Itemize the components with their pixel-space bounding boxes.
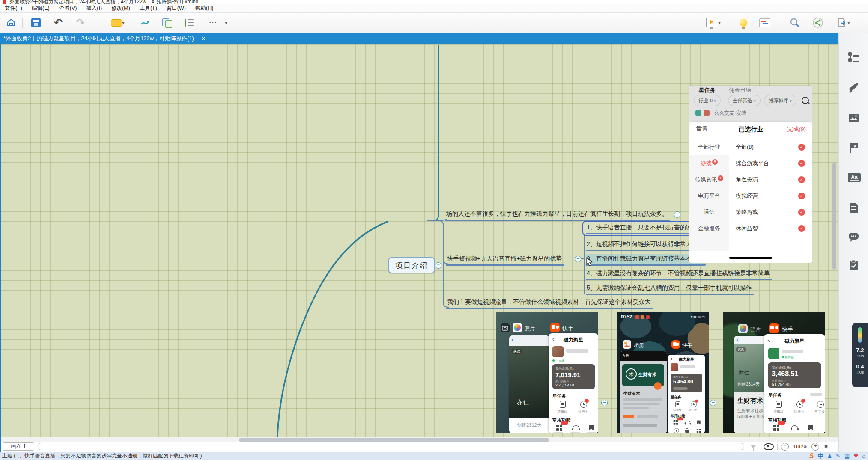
- attached-image-phone-2[interactable]: 00:52 ▾▦▥▭ 相册 : 快手 今天: [617, 312, 709, 433]
- category-games[interactable]: 游戏8: [689, 155, 729, 172]
- blurred-total: [673, 387, 688, 390]
- home-button[interactable]: [3, 15, 19, 30]
- horizontal-scrollbar[interactable]: [239, 438, 549, 442]
- kuaishou-app-label: 快手: [682, 342, 692, 349]
- category-telecom[interactable]: 通信: [689, 204, 729, 220]
- option-策略游戏[interactable]: 策略游戏✓: [736, 204, 812, 220]
- ime-pen-icon[interactable]: ✎: [836, 453, 841, 459]
- download-speed: 0.4: [852, 363, 868, 370]
- collapse-handle[interactable]: −: [601, 400, 608, 406]
- structure-icon[interactable]: [848, 51, 859, 63]
- more-tools-button[interactable]: ···: [206, 15, 221, 30]
- ime-toolbox-icon[interactable]: ⌂: [862, 453, 865, 459]
- profile-days: 创建2312天: [517, 422, 541, 427]
- option-休闲益智[interactable]: 休闲益智✓: [736, 220, 812, 237]
- undo-button[interactable]: ↶: [51, 15, 66, 30]
- attached-image-phone-1[interactable]: 照片 快手 < 实况 亦仁 创建2312天: [496, 312, 598, 433]
- redo-button[interactable]: ↷: [73, 15, 88, 30]
- network-speed-widget[interactable]: 7.2 ↑K/s 0.4 ↓K/s: [852, 323, 868, 387]
- relationship-button[interactable]: [138, 15, 153, 30]
- option-角色扮演[interactable]: 角色扮演✓: [736, 172, 812, 188]
- topic-market[interactable]: 场的人还不算很多，快手也在力推磁力聚星，目前还在疯狂生长期，项目玩法众多。: [445, 209, 670, 221]
- menu-modify[interactable]: 修改(M): [107, 4, 135, 12]
- advantage-item-3[interactable]: 3、直播间挂载磁力聚星变现链接基本不审核: [586, 254, 706, 266]
- category-all[interactable]: 全部行业: [689, 139, 729, 155]
- menu-file[interactable]: 文件(F): [0, 4, 27, 12]
- zoom-out-button[interactable]: −: [781, 443, 789, 451]
- save-button[interactable]: [28, 15, 44, 30]
- marker-flag-icon[interactable]: [848, 142, 859, 154]
- live-pill: 实况: [736, 347, 746, 352]
- star-task-section: 星任务: [768, 392, 782, 398]
- ime-toolbar[interactable]: S 中 ♟ ✎ ▦ ❤ ⌂: [809, 452, 865, 460]
- kuaishou-app-label: 快手: [562, 325, 573, 332]
- category-ecommerce[interactable]: 电商平台: [689, 188, 729, 204]
- menu-window[interactable]: 窗口(W): [162, 4, 191, 12]
- menu-edit[interactable]: 编辑(E): [27, 4, 54, 12]
- tab-close-button[interactable]: ×: [200, 35, 207, 42]
- search-button[interactable]: [787, 15, 802, 30]
- idea-button[interactable]: [736, 15, 751, 30]
- magnet-star-card: < 磁力聚星 我的余额(元) 5,454.80 星任务 待审核 进行中: [668, 355, 705, 433]
- comment-icon[interactable]: [848, 231, 859, 243]
- speed-gauge-icon: [858, 327, 862, 343]
- menu-view[interactable]: 查看(V): [54, 4, 82, 12]
- export-button[interactable]: ▾: [832, 15, 855, 30]
- notes-icon[interactable]: [848, 202, 859, 214]
- image-icon[interactable]: [848, 112, 859, 124]
- count-badge: 1: [718, 175, 723, 181]
- share-button[interactable]: [810, 15, 826, 30]
- ime-language-icon[interactable]: 中: [817, 452, 823, 460]
- menu-help[interactable]: 帮助(H): [191, 4, 218, 12]
- filter-icon[interactable]: [750, 445, 756, 448]
- mindmap-canvas[interactable]: 项目介绍 − 场的人还不算很多，快手也在力推磁力聚星，目前还在疯狂生长期，项目玩…: [1, 44, 838, 442]
- document-tab-title[interactable]: *外面收费2千的磁力聚星项目，24小时无人直播，4个月122w，可矩阵操作(1): [3, 35, 194, 42]
- blurred-text: [623, 403, 660, 405]
- label-aa-icon[interactable]: Aa: [848, 173, 861, 182]
- presentation-button[interactable]: ▾: [702, 15, 725, 30]
- attached-image-phone-3[interactable]: 照片 快手 < 实况 亦仁 创建2314天 生财有术 生财有术社群 50000+…: [723, 312, 825, 433]
- ime-keyboard-icon[interactable]: ▦: [844, 453, 850, 459]
- balance-card: 我的余额(元) 7,019.91 累计佣金 > 251,154.81: [552, 364, 595, 389]
- category-media[interactable]: 传媒资讯1: [689, 172, 729, 188]
- visibility-icon[interactable]: [764, 443, 774, 450]
- brand-sub2: 50000+人加入: [737, 414, 765, 420]
- sheet-tab-canvas-1[interactable]: 画布 1: [3, 442, 34, 451]
- ime-person-icon[interactable]: ♟: [827, 453, 832, 459]
- option-模拟经营[interactable]: 模拟经营✓: [736, 188, 812, 204]
- option-all[interactable]: 全部(8)✓: [736, 139, 812, 155]
- collapse-handle[interactable]: −: [435, 262, 441, 269]
- task-clipboard-icon[interactable]: [848, 259, 859, 271]
- topic-node-project-intro[interactable]: 项目介绍: [388, 257, 435, 273]
- menu-insert[interactable]: 插入(I): [81, 4, 107, 12]
- category-finance[interactable]: 金融服务: [689, 220, 729, 237]
- gantt-button[interactable]: [757, 15, 773, 30]
- topic-advantages[interactable]: 快手短视频+无人语音直播+磁力聚星的优势: [446, 254, 564, 266]
- done-button[interactable]: 完成(9): [787, 125, 806, 133]
- check-icon: ✓: [798, 160, 805, 167]
- advantage-item-4[interactable]: 4、磁力聚星没有复杂的环节，不管视频还是直播挂载链接是非常简单: [586, 269, 772, 280]
- industry-filter-panel[interactable]: 星任务 佣金日结 行业·9 ▾ 全部筛选 ▾ 推荐排序 ▾ 么么交友·安装 重置…: [689, 86, 812, 263]
- collapse-handle[interactable]: −: [575, 256, 581, 262]
- toolbar-separator: [22, 18, 23, 28]
- collapse-handle[interactable]: −: [710, 400, 716, 406]
- count-badge: 8: [712, 159, 718, 165]
- zoom-in-button[interactable]: +: [811, 443, 819, 451]
- insert-topic-button[interactable]: ▾: [107, 15, 128, 30]
- paint-brush-icon[interactable]: [848, 82, 859, 94]
- menu-tools[interactable]: 工具(T): [135, 4, 162, 12]
- vertical-scrollbar[interactable]: [832, 163, 836, 270]
- outline-button[interactable]: [182, 15, 197, 30]
- collapse-handle[interactable]: −: [674, 211, 680, 218]
- toolbar-overflow-caret[interactable]: ▾: [222, 15, 230, 30]
- ime-skin-icon[interactable]: ❤: [853, 453, 858, 459]
- zoom-menu-icon[interactable]: ≡: [824, 443, 828, 450]
- ime-logo-icon[interactable]: S: [809, 452, 814, 460]
- boundary-button[interactable]: [159, 15, 175, 30]
- home-indicator: [729, 257, 772, 259]
- advantage-item-5[interactable]: 5、无需缴纳保证金乱七八糟的费用，仅靠一部手机就可以操作: [586, 283, 754, 295]
- magnet-star-title: 磁力聚星: [668, 357, 705, 362]
- blurred-label: [770, 433, 781, 433]
- topic-strategy[interactable]: 我们主要做短视频流量，不管做什么领域视频素材，首先保证这个素材受众大: [446, 297, 653, 309]
- option-综合游戏平台[interactable]: 综合游戏平台✓: [736, 155, 812, 172]
